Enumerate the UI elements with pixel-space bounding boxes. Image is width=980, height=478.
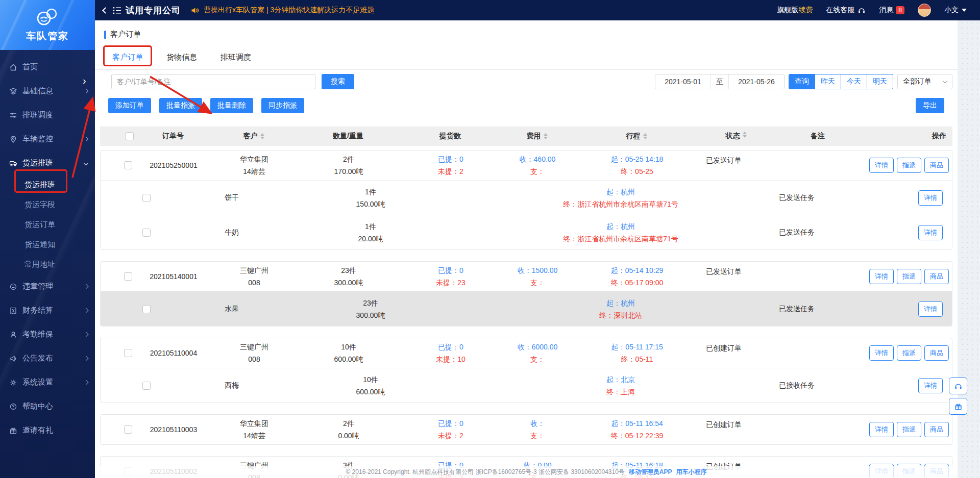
remark-cell bbox=[767, 150, 869, 180]
row-checkbox[interactable] bbox=[124, 161, 132, 169]
select-all-checkbox[interactable] bbox=[126, 132, 134, 140]
order-row: 202105140001 三键广州008 23件300.00吨 已提：0未提：2… bbox=[101, 262, 952, 291]
sort-icon[interactable] bbox=[743, 132, 747, 138]
route-cell: 起：05-14 10:29终：05-17 09:00 bbox=[573, 262, 701, 291]
detail-button[interactable]: 详情 bbox=[918, 190, 943, 206]
task-status: 已发送任务 bbox=[730, 215, 863, 249]
row-checkbox[interactable] bbox=[124, 425, 132, 434]
messages[interactable]: 消息 8 bbox=[879, 6, 904, 15]
assign-button[interactable]: 指派 bbox=[897, 158, 921, 173]
col-status: 状态 bbox=[700, 132, 767, 141]
sidebar-item-finance[interactable]: 财务结算 bbox=[0, 298, 95, 322]
title-accent-bar bbox=[104, 31, 106, 39]
sidebar-subitem-freight-fields[interactable]: 货运字段 bbox=[0, 195, 95, 215]
customer-cell: 三键广州008 bbox=[211, 262, 298, 291]
order-row: 202105110003 华立集团14靖芸 2件0.00吨 已提：0未提：2 收… bbox=[101, 415, 952, 444]
sort-icon[interactable] bbox=[260, 133, 264, 139]
pickup-cell: 已提：0未提：10 bbox=[400, 338, 502, 368]
goods-checkbox[interactable] bbox=[142, 382, 151, 390]
sidebar-item-attendance[interactable]: 考勤维保 bbox=[0, 322, 95, 346]
sidebar-nav: 首页 基础信息 排班调度 车辆监控 货运排班 货运排班 货运 bbox=[0, 50, 95, 442]
sidebar-item-settings[interactable]: 系统设置 bbox=[0, 370, 95, 394]
detail-button[interactable]: 详情 bbox=[918, 378, 943, 393]
flagship-renew[interactable]: 旗舰版续费 bbox=[777, 6, 813, 15]
user-menu[interactable]: 小文 bbox=[944, 6, 967, 15]
sidebar-item-invite[interactable]: 邀请有礼 bbox=[0, 418, 95, 442]
export-button[interactable]: 导出 bbox=[916, 98, 944, 113]
online-service[interactable]: 在线客服 bbox=[826, 6, 866, 15]
sidebar-subitem-freight-notice[interactable]: 货运通知 bbox=[0, 235, 95, 255]
detail-button[interactable]: 详情 bbox=[869, 345, 894, 361]
sidebar-item-help[interactable]: 帮助中心 bbox=[0, 394, 95, 418]
sidebar: 车队管家 首页 基础信息 排班调度 车辆监控 货 bbox=[0, 0, 95, 478]
add-order-button[interactable]: 添加订单 bbox=[108, 98, 151, 113]
detail-button[interactable]: 详情 bbox=[869, 158, 894, 173]
renew-link[interactable]: 续费 bbox=[798, 6, 813, 15]
goods-button[interactable]: 商品 bbox=[924, 422, 949, 437]
menu-list-icon[interactable] bbox=[113, 7, 121, 14]
route-cell: 起：05-11 16:54终：05-12 22:39 bbox=[573, 415, 701, 444]
col-qty-weight: 数量/重量 bbox=[297, 132, 399, 141]
sort-icon[interactable] bbox=[544, 133, 548, 139]
tab-shift-scheduling[interactable]: 排班调度 bbox=[220, 53, 251, 69]
back-chevron-icon[interactable] bbox=[102, 7, 109, 14]
detail-button[interactable]: 详情 bbox=[869, 422, 894, 437]
row-checkbox[interactable] bbox=[124, 349, 132, 357]
goods-checkbox[interactable] bbox=[142, 229, 151, 237]
footer: © 2016-2021 Copyright. 杭州圆点科技有限公司 浙ICP备1… bbox=[95, 466, 958, 478]
col-fee: 费用 bbox=[501, 132, 573, 141]
goods-button[interactable]: 商品 bbox=[924, 345, 949, 361]
goods-route: 起：北京终：上海 bbox=[511, 368, 730, 402]
sidebar-item-basic-info[interactable]: 基础信息 bbox=[0, 79, 95, 103]
sidebar-collapse-toggle[interactable]: › bbox=[83, 76, 979, 86]
tab-cargo-info[interactable]: 货物信息 bbox=[166, 53, 197, 69]
customer-service-float-button[interactable] bbox=[949, 378, 967, 394]
order-row: 202105110004 三键广州008 10件600.00吨 已提：0未提：1… bbox=[101, 338, 952, 368]
assign-button[interactable]: 指派 bbox=[897, 269, 921, 284]
sidebar-item-announcement[interactable]: 公告发布 bbox=[0, 346, 95, 370]
goods-button[interactable]: 商品 bbox=[924, 158, 949, 173]
batch-assign-button[interactable]: 批量指派 bbox=[159, 98, 202, 113]
sidebar-item-violation[interactable]: 违章管理 bbox=[0, 274, 95, 298]
admin-app-link[interactable]: 移动管理员APP bbox=[629, 468, 672, 476]
order-card: 202105250001 华立集团14靖芸 2件170.00吨 已提：0未提：2… bbox=[100, 150, 952, 250]
goods-button[interactable]: 商品 bbox=[924, 269, 949, 284]
mini-program-link[interactable]: 用车小程序 bbox=[676, 468, 707, 476]
avatar[interactable] bbox=[918, 4, 931, 17]
sidebar-subitem-common-address[interactable]: 常用地址 bbox=[0, 255, 95, 274]
caret-down-icon bbox=[962, 9, 967, 12]
goods-row: 饼干 1件150.00吨 起：杭州终：浙江省杭州市余杭区南草塘71号 已发送任务… bbox=[101, 180, 952, 215]
chevron-right-icon bbox=[84, 356, 89, 361]
headset-icon bbox=[857, 7, 866, 14]
sort-icon[interactable] bbox=[643, 133, 647, 139]
chevron-right-icon bbox=[84, 308, 89, 313]
sidebar-item-scheduling[interactable]: 排班调度 bbox=[0, 103, 95, 127]
fee-cell: 收：460.00支： bbox=[502, 150, 573, 180]
row-checkbox[interactable] bbox=[124, 272, 132, 281]
batch-delete-button[interactable]: 批量删除 bbox=[210, 98, 253, 113]
company-name[interactable]: 试用专用公司 bbox=[126, 5, 181, 16]
order-row: 202105250001 华立集团14靖芸 2件170.00吨 已提：0未提：2… bbox=[101, 150, 952, 180]
assign-button[interactable]: 指派 bbox=[897, 345, 921, 361]
sidebar-subitem-freight-orders[interactable]: 货运订单 bbox=[0, 215, 95, 235]
goods-row: 西梅 10件600.00吨 起：北京终：上海 已接收任务 详情 bbox=[101, 368, 952, 402]
app: 车队管家 首页 基础信息 排班调度 车辆监控 货 bbox=[0, 0, 980, 478]
assign-button[interactable]: 指派 bbox=[897, 422, 921, 437]
person-icon bbox=[9, 331, 17, 339]
invite-gift-float-button[interactable] bbox=[949, 398, 967, 415]
tab-customer-orders[interactable]: 客户订单 bbox=[112, 53, 143, 69]
sidebar-subitem-freight-scheduling[interactable]: 货运排班 bbox=[0, 175, 95, 195]
sidebar-item-home[interactable]: 首页 bbox=[0, 55, 95, 79]
sync-assign-button[interactable]: 同步指派 bbox=[261, 98, 304, 113]
sidebar-item-vehicle-monitor[interactable]: 车辆监控 bbox=[0, 127, 95, 151]
detail-button[interactable]: 详情 bbox=[918, 301, 943, 317]
goods-checkbox[interactable] bbox=[142, 194, 151, 202]
detail-button[interactable]: 详情 bbox=[869, 269, 894, 284]
fee-cell: 收：6000.00支： bbox=[502, 338, 573, 368]
customer-cell: 三键广州008 bbox=[211, 338, 298, 368]
sidebar-item-freight-scheduling[interactable]: 货运排班 bbox=[0, 151, 95, 175]
goods-checkbox[interactable] bbox=[142, 305, 151, 313]
gift-icon bbox=[9, 426, 17, 435]
action-cell: 详情 指派 商品 bbox=[869, 415, 952, 444]
detail-button[interactable]: 详情 bbox=[918, 225, 943, 240]
